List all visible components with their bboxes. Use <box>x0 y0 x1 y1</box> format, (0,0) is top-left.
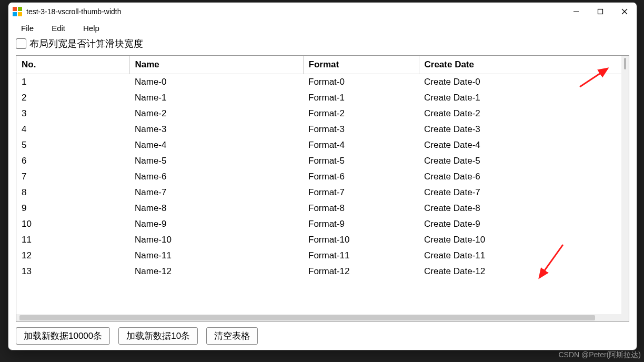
cell-date: Create Date-2 <box>419 106 629 122</box>
cell-date: Create Date-0 <box>419 74 629 91</box>
cell-date: Create Date-1 <box>419 90 629 106</box>
cell-no: 2 <box>16 90 129 106</box>
app-window: test-3-18-vscroll-thumb-width File Edit … <box>8 2 637 350</box>
cell-format: Format-8 <box>303 200 419 216</box>
horizontal-scrollbar[interactable] <box>16 314 629 321</box>
table-row[interactable]: 4Name-3Format-3Create Date-3 <box>16 122 629 137</box>
app-icon <box>13 7 22 16</box>
layout-width-checkbox[interactable] <box>16 38 26 49</box>
cell-format: Format-2 <box>303 106 419 122</box>
cell-name: Name-11 <box>129 248 303 264</box>
cell-format: Format-0 <box>303 74 419 91</box>
cell-date: Create Date-4 <box>419 137 629 153</box>
col-header-no[interactable]: No. <box>16 56 129 74</box>
maximize-button[interactable] <box>588 3 612 21</box>
checkbox-label: 布局列宽是否计算滑块宽度 <box>29 37 143 50</box>
cell-format: Format-3 <box>303 122 419 137</box>
cell-name: Name-6 <box>129 169 303 185</box>
cell-name: Name-2 <box>129 106 303 122</box>
table-row[interactable]: 10Name-9Format-9Create Date-9 <box>16 216 629 232</box>
table-row[interactable]: 9Name-8Format-8Create Date-8 <box>16 200 629 216</box>
cell-date: Create Date-7 <box>419 185 629 200</box>
col-header-name[interactable]: Name <box>129 56 303 74</box>
col-header-format[interactable]: Format <box>303 56 419 74</box>
cell-date: Create Date-6 <box>419 169 629 185</box>
cell-name: Name-5 <box>129 153 303 169</box>
menubar: File Edit Help <box>8 21 637 35</box>
cell-name: Name-12 <box>129 264 303 279</box>
table-row[interactable]: 11Name-10Format-10Create Date-10 <box>16 232 629 248</box>
table-row[interactable]: 2Name-1Format-1Create Date-1 <box>16 90 629 106</box>
cell-no: 1 <box>16 74 129 91</box>
col-header-date[interactable]: Create Date <box>419 56 629 74</box>
table-row[interactable]: 6Name-5Format-5Create Date-5 <box>16 153 629 169</box>
cell-name: Name-9 <box>129 216 303 232</box>
checkbox-row: 布局列宽是否计算滑块宽度 <box>16 37 629 50</box>
cell-name: Name-1 <box>129 90 303 106</box>
table-row[interactable]: 3Name-2Format-2Create Date-2 <box>16 106 629 122</box>
cell-date: Create Date-3 <box>419 122 629 137</box>
table-row[interactable]: 13Name-12Format-12Create Date-12 <box>16 264 629 279</box>
cell-no: 10 <box>16 216 129 232</box>
table-row[interactable]: 8Name-7Format-7Create Date-7 <box>16 185 629 200</box>
cell-date: Create Date-10 <box>419 232 629 248</box>
cell-date: Create Date-9 <box>419 216 629 232</box>
close-button[interactable] <box>612 3 637 21</box>
cell-no: 4 <box>16 122 129 137</box>
cell-format: Format-9 <box>303 216 419 232</box>
cell-date: Create Date-12 <box>419 264 629 279</box>
cell-date: Create Date-11 <box>419 248 629 264</box>
cell-format: Format-6 <box>303 169 419 185</box>
cell-name: Name-8 <box>129 200 303 216</box>
cell-date: Create Date-8 <box>419 200 629 216</box>
cell-no: 5 <box>16 137 129 153</box>
titlebar[interactable]: test-3-18-vscroll-thumb-width <box>8 3 637 21</box>
client-area: 布局列宽是否计算滑块宽度 No. Name Format Create Date <box>8 35 637 350</box>
grid-header-row: No. Name Format Create Date <box>16 56 629 74</box>
cell-no: 3 <box>16 106 129 122</box>
cell-name: Name-4 <box>129 137 303 153</box>
cell-format: Format-7 <box>303 185 419 200</box>
table-row[interactable]: 5Name-4Format-4Create Date-4 <box>16 137 629 153</box>
table-row[interactable]: 12Name-11Format-11Create Date-11 <box>16 248 629 264</box>
vertical-scrollbar[interactable] <box>621 56 629 314</box>
table-row[interactable]: 7Name-6Format-6Create Date-6 <box>16 169 629 185</box>
window-controls <box>564 3 637 21</box>
cell-no: 12 <box>16 248 129 264</box>
cell-no: 13 <box>16 264 129 279</box>
cell-format: Format-12 <box>303 264 419 279</box>
cell-no: 9 <box>16 200 129 216</box>
cell-date: Create Date-5 <box>419 153 629 169</box>
minimize-button[interactable] <box>564 3 588 21</box>
menu-edit[interactable]: Edit <box>44 23 73 34</box>
cell-format: Format-10 <box>303 232 419 248</box>
vertical-scroll-thumb[interactable] <box>624 58 626 69</box>
cell-no: 6 <box>16 153 129 169</box>
grid-table: No. Name Format Create Date 1Name-0Forma… <box>16 56 629 279</box>
menu-help[interactable]: Help <box>76 23 107 34</box>
cell-format: Format-1 <box>303 90 419 106</box>
load-10000-button[interactable]: 加载新数据10000条 <box>16 327 110 345</box>
button-row: 加载新数据10000条 加载新数据10条 清空表格 <box>16 327 629 345</box>
cell-no: 11 <box>16 232 129 248</box>
cell-format: Format-5 <box>303 153 419 169</box>
menu-file[interactable]: File <box>14 23 41 34</box>
data-grid: No. Name Format Create Date 1Name-0Forma… <box>16 55 629 322</box>
load-10-button[interactable]: 加载新数据10条 <box>118 327 198 345</box>
horizontal-scroll-thumb[interactable] <box>19 315 595 320</box>
cell-no: 8 <box>16 185 129 200</box>
watermark: CSDN @Peter(阿斯拉达) <box>558 350 641 360</box>
cell-no: 7 <box>16 169 129 185</box>
window-title: test-3-18-vscroll-thumb-width <box>26 7 122 16</box>
svg-rect-1 <box>598 9 603 14</box>
cell-name: Name-10 <box>129 232 303 248</box>
cell-name: Name-7 <box>129 185 303 200</box>
cell-format: Format-4 <box>303 137 419 153</box>
cell-name: Name-3 <box>129 122 303 137</box>
cell-name: Name-0 <box>129 74 303 91</box>
cell-format: Format-11 <box>303 248 419 264</box>
table-row[interactable]: 1Name-0Format-0Create Date-0 <box>16 74 629 91</box>
grid-body[interactable]: No. Name Format Create Date 1Name-0Forma… <box>16 56 629 314</box>
clear-button[interactable]: 清空表格 <box>206 327 258 345</box>
